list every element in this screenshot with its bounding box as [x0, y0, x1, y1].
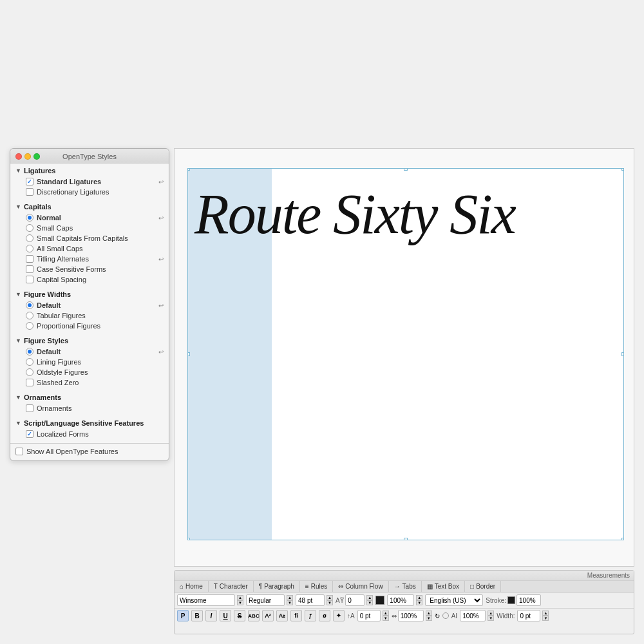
- handle-bottom-left[interactable]: [187, 538, 190, 540]
- minimize-button[interactable]: [24, 153, 31, 160]
- handle-middle-right[interactable]: [621, 352, 624, 356]
- font-name-input[interactable]: [177, 594, 235, 606]
- tab-text-box[interactable]: ▦ Text Box: [422, 581, 465, 592]
- paragraph-format-button[interactable]: P: [177, 610, 189, 621]
- stepper-down[interactable]: ▼: [287, 600, 293, 605]
- small-caps-radio[interactable]: [26, 224, 33, 232]
- radio-button[interactable]: [442, 612, 449, 619]
- fi-ligature-button[interactable]: fi: [290, 610, 302, 621]
- handle-top-middle[interactable]: [404, 168, 408, 171]
- stepper-up[interactable]: ▲: [416, 595, 422, 600]
- superscript-button[interactable]: A²: [262, 610, 274, 621]
- stroke-input[interactable]: [516, 594, 541, 606]
- figure-styles-default-radio[interactable]: [26, 348, 33, 355]
- stepper-up[interactable]: ▲: [426, 611, 432, 616]
- standard-ligatures-checkbox[interactable]: [26, 178, 33, 185]
- opacity-stepper[interactable]: ▲ ▼: [416, 595, 422, 605]
- stepper-down[interactable]: ▼: [366, 600, 373, 605]
- ai-stepper[interactable]: ▲ ▼: [488, 611, 494, 621]
- stepper-down[interactable]: ▼: [237, 600, 243, 605]
- stepper-up[interactable]: ▲: [287, 595, 293, 600]
- handle-middle-left[interactable]: [187, 352, 190, 356]
- tab-home[interactable]: ⌂ Home: [175, 581, 209, 592]
- stepper-down[interactable]: ▼: [416, 600, 422, 605]
- font-name-stepper[interactable]: ▲ ▼: [237, 595, 243, 605]
- font-size-input[interactable]: [296, 594, 325, 606]
- section-script-language[interactable]: ▼ Script/Language Sensitive Features: [10, 416, 169, 429]
- oldstyle-figures-radio[interactable]: [26, 368, 33, 376]
- tabular-figures-radio[interactable]: [26, 312, 33, 319]
- fl-ligature-button[interactable]: ƒ: [305, 610, 316, 621]
- underline-button[interactable]: U: [220, 610, 231, 621]
- stepper-down[interactable]: ▼: [488, 616, 494, 621]
- titling-alternates-checkbox[interactable]: [26, 255, 33, 263]
- close-button[interactable]: [15, 153, 22, 160]
- stepper-up[interactable]: ▲: [237, 595, 243, 600]
- tab-border[interactable]: □ Border: [465, 581, 501, 592]
- bold-button[interactable]: B: [191, 610, 203, 621]
- opacity-input[interactable]: [387, 594, 414, 606]
- subscript-button[interactable]: A₂: [276, 610, 288, 621]
- tracking-stepper[interactable]: ▲ ▼: [366, 595, 373, 605]
- opentype-button[interactable]: ø: [319, 610, 330, 621]
- language-select[interactable]: English (US): [425, 594, 483, 606]
- width-stepper[interactable]: ▲ ▼: [542, 611, 549, 621]
- shadow-button[interactable]: ✦: [333, 610, 345, 621]
- stroke-swatch[interactable]: [507, 596, 515, 604]
- width-input[interactable]: [517, 610, 540, 621]
- strikethrough-button[interactable]: S: [234, 610, 245, 621]
- discretionary-ligatures-checkbox[interactable]: [26, 188, 33, 196]
- tracking-input[interactable]: [345, 594, 365, 606]
- section-ligatures[interactable]: ▼ Ligatures: [10, 164, 169, 176]
- small-capitals-from-capitals-radio[interactable]: [26, 234, 33, 242]
- canvas-text[interactable]: Route Sixty Six: [194, 182, 617, 247]
- tab-paragraph[interactable]: ¶ Paragraph: [254, 581, 300, 592]
- tab-column-flow[interactable]: ⇔ Column Flow: [333, 581, 388, 592]
- ai-input[interactable]: [460, 610, 486, 621]
- handle-top-left[interactable]: [187, 168, 190, 171]
- color-swatch[interactable]: [375, 596, 384, 605]
- stepper-up[interactable]: ▲: [542, 611, 549, 616]
- space-before-input[interactable]: [357, 610, 381, 621]
- stepper-down[interactable]: ▼: [327, 600, 333, 605]
- stepper-up[interactable]: ▲: [327, 595, 333, 600]
- tab-tabs[interactable]: → Tabs: [389, 581, 422, 592]
- normal-radio[interactable]: [26, 214, 33, 222]
- handle-top-right[interactable]: [621, 168, 624, 171]
- space-before-stepper[interactable]: ▲ ▼: [383, 611, 389, 621]
- section-figure-styles[interactable]: ▼ Figure Styles: [10, 334, 169, 346]
- measurements-title: Measurements: [175, 571, 634, 581]
- stepper-up[interactable]: ▲: [383, 611, 389, 616]
- font-size-stepper[interactable]: ▲ ▼: [327, 595, 333, 605]
- scale-h-stepper[interactable]: ▲ ▼: [426, 611, 432, 621]
- zoom-button[interactable]: [33, 153, 40, 160]
- lining-figures-radio[interactable]: [26, 358, 33, 366]
- section-ornaments[interactable]: ▼ Ornaments: [10, 390, 169, 403]
- italic-button[interactable]: I: [205, 610, 217, 621]
- capital-spacing-checkbox[interactable]: [26, 276, 33, 283]
- localized-forms-checkbox[interactable]: [26, 430, 33, 438]
- section-capitals[interactable]: ▼ Capitals: [10, 200, 169, 213]
- stepper-down[interactable]: ▼: [426, 616, 432, 621]
- ornaments-checkbox[interactable]: [26, 404, 33, 412]
- slashed-zero-checkbox[interactable]: [26, 379, 33, 386]
- stepper-down[interactable]: ▼: [542, 616, 549, 621]
- stepper-up[interactable]: ▲: [488, 611, 494, 616]
- figure-widths-default-radio[interactable]: [26, 301, 33, 309]
- font-style-stepper[interactable]: ▲ ▼: [287, 595, 293, 605]
- scale-h-input[interactable]: [398, 610, 424, 621]
- handle-bottom-right[interactable]: [621, 538, 624, 540]
- stepper-down[interactable]: ▼: [383, 616, 389, 621]
- section-figure-widths[interactable]: ▼ Figure Widths: [10, 287, 169, 300]
- all-small-caps-radio[interactable]: [26, 245, 33, 252]
- tab-rules[interactable]: ≡ Rules: [300, 581, 333, 592]
- proportional-figures-radio[interactable]: [26, 322, 33, 330]
- tab-character[interactable]: T Character: [209, 581, 254, 592]
- handle-bottom-middle[interactable]: [404, 538, 408, 540]
- stepper-up[interactable]: ▲: [366, 595, 373, 600]
- show-all-checkbox[interactable]: [15, 448, 23, 455]
- text-frame[interactable]: Route Sixty Six: [187, 168, 624, 540]
- font-style-input[interactable]: [246, 594, 285, 606]
- case-sensitive-forms-checkbox[interactable]: [26, 265, 33, 273]
- all-caps-button[interactable]: ABC: [248, 610, 260, 621]
